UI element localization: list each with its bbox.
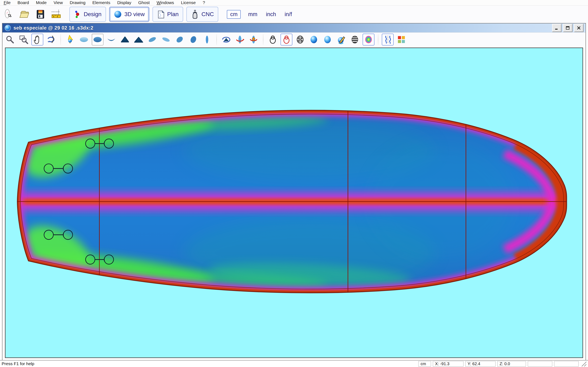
status-bar: Press F1 for help cm X: -91.3 Y: 62.4 Z:… [0, 360, 588, 367]
save-file-icon[interactable] [34, 8, 47, 21]
board-document-window: seb especiale @ 29 02 16 .s3dx:2 [2, 23, 586, 360]
surfboard-plan-view [6, 48, 582, 358]
design-mode-button[interactable]: Design [69, 7, 106, 22]
menu-mode[interactable]: Mode [33, 0, 50, 5]
status-y-coordinate: Y: 62.4 [465, 361, 495, 367]
menu-ghost[interactable]: Ghost [135, 0, 153, 5]
color-squares-icon[interactable] [396, 34, 407, 45]
main-toolbar: Design 3D view Plan CNC cm mm inch in/f [0, 6, 588, 23]
view-back-icon[interactable] [133, 34, 145, 45]
resize-grip[interactable] [581, 361, 586, 366]
pan-hand-icon[interactable] [31, 34, 43, 45]
status-help-text: Press F1 for help [2, 361, 416, 366]
render-bright-icon[interactable] [321, 34, 333, 45]
unit-mm[interactable]: mm [247, 10, 259, 18]
toolbar-separator [378, 34, 378, 45]
render-solid-icon[interactable] [308, 34, 320, 45]
menu-display[interactable]: Display [114, 0, 135, 5]
view-outline-icon[interactable] [92, 34, 104, 45]
rotate-view-icon[interactable] [45, 34, 57, 45]
wireframe-icon[interactable] [294, 34, 306, 45]
menu-file[interactable]: File [3, 0, 14, 5]
status-empty-field [528, 361, 552, 367]
sanding-tool-icon[interactable] [335, 34, 347, 45]
3d-view-mode-button[interactable]: 3D view [109, 7, 149, 22]
menu-windows[interactable]: Windows [153, 0, 177, 5]
document-titlebar[interactable]: seb especiale @ 29 02 16 .s3dx:2 [2, 24, 586, 33]
window-controls [552, 24, 584, 32]
view-iso-4-icon[interactable] [187, 34, 199, 45]
rotate-3d-icon[interactable] [220, 34, 232, 45]
menu-view[interactable]: View [50, 0, 66, 5]
view-iso-1-icon[interactable] [146, 34, 158, 45]
cnc-icon [191, 10, 199, 19]
unit-cm[interactable]: cm [227, 10, 241, 19]
3d-view-icon [114, 10, 122, 18]
menu-elements[interactable]: Elements [89, 0, 114, 5]
maximize-button[interactable] [563, 24, 572, 32]
view-top-icon[interactable] [78, 34, 90, 45]
unit-inf[interactable]: in/f [283, 10, 293, 18]
spin-axis-2-icon[interactable] [248, 34, 259, 45]
toolbar-separator [216, 34, 217, 45]
zoom-window-icon[interactable] [18, 34, 30, 45]
zoom-in-icon[interactable] [4, 34, 16, 45]
design-icon [74, 10, 81, 18]
design-mode-label: Design [84, 11, 102, 17]
plan-mode-button[interactable]: Plan [153, 7, 183, 22]
curvature-map-icon[interactable] [363, 34, 374, 45]
menu-license[interactable]: License [177, 0, 199, 5]
zebra-stripes-icon[interactable] [349, 34, 361, 45]
menu-board[interactable]: Board [14, 0, 33, 5]
cnc-mode-button[interactable]: CNC [186, 7, 218, 22]
menu-drawing[interactable]: Drawing [66, 0, 89, 5]
toolbar-separator [61, 34, 61, 45]
view-iso-3-icon[interactable] [174, 34, 186, 45]
slices-colored-icon[interactable] [281, 34, 292, 45]
pointer-light-icon[interactable] [64, 34, 76, 45]
dimensions-ruler-icon[interactable] [50, 8, 62, 21]
design-canvas[interactable] [5, 48, 583, 358]
menu-bar: File Board Mode View Drawing Elements Di… [0, 0, 588, 6]
status-z-coordinate: Z: 0.0 [497, 361, 526, 367]
status-unit: cm [418, 361, 431, 367]
minimize-button[interactable] [552, 24, 562, 32]
menu-help[interactable]: ? [199, 0, 209, 5]
view-side-icon[interactable] [201, 34, 213, 45]
3d-view-mode-label: 3D view [124, 11, 145, 17]
canvas-margin [2, 46, 586, 360]
asymmetry-icon[interactable] [382, 34, 394, 45]
status-x-coordinate: X: -91.3 [433, 361, 463, 367]
open-file-icon[interactable] [18, 8, 31, 21]
status-empty-field [554, 361, 579, 367]
document-icon [4, 25, 11, 31]
view-front-icon[interactable] [119, 34, 131, 45]
view-toolbar [2, 33, 586, 46]
document-title: seb especiale @ 29 02 16 .s3dx:2 [13, 25, 94, 31]
unit-selector: cm mm inch in/f [227, 10, 293, 19]
unit-inch[interactable]: inch [265, 10, 277, 18]
toolbar-separator [263, 34, 263, 45]
cnc-mode-label: CNC [201, 11, 214, 17]
spin-axis-1-icon[interactable] [234, 34, 246, 45]
new-board-icon[interactable] [2, 8, 15, 21]
plan-mode-label: Plan [167, 11, 179, 17]
slices-plain-icon[interactable] [267, 34, 279, 45]
close-button[interactable] [574, 24, 584, 32]
view-iso-2-icon[interactable] [160, 34, 172, 45]
plan-icon [157, 10, 165, 18]
view-rocker-icon[interactable] [105, 34, 117, 45]
